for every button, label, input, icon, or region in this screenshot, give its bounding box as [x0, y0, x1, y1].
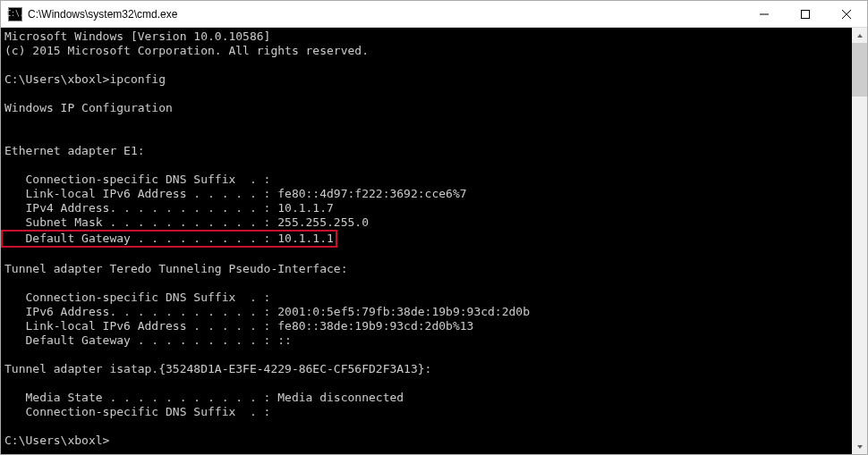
- prompt-idle: C:\Users\xboxl>: [4, 434, 848, 448]
- teredo-ipv6-address: IPv6 Address. . . . . . . . . . . : 2001…: [4, 305, 848, 319]
- teredo-dns-suffix: Connection-specific DNS Suffix . :: [4, 291, 848, 305]
- scroll-down-button[interactable]: [852, 439, 867, 454]
- minimize-button[interactable]: [744, 1, 785, 27]
- e1-default-gateway-highlight: Default Gateway . . . . . . . . . : 10.1…: [4, 230, 848, 248]
- window-controls: [744, 1, 867, 27]
- teredo-default-gateway: Default Gateway . . . . . . . . . : ::: [4, 333, 848, 348]
- adapter-isatap-title: Tunnel adapter isatap.{35248D1A-E3FE-422…: [4, 362, 848, 376]
- svg-marker-4: [857, 34, 863, 38]
- scroll-up-button[interactable]: [852, 28, 867, 43]
- adapter-teredo-title: Tunnel adapter Teredo Tunneling Pseudo-I…: [4, 262, 848, 276]
- adapter-e1-title: Ethernet adapter E1:: [4, 144, 848, 158]
- default-gateway-highlight-box: Default Gateway . . . . . . . . . : 10.1…: [1, 230, 337, 248]
- svg-marker-5: [857, 445, 863, 449]
- e1-ipv4-address: IPv4 Address. . . . . . . . . . . : 10.1…: [4, 201, 848, 215]
- cmd-icon: C:\.: [8, 7, 22, 21]
- window-titlebar: C:\. C:\Windows\system32\cmd.exe: [1, 1, 867, 28]
- maximize-button[interactable]: [785, 1, 826, 27]
- version-line: Microsoft Windows [Version 10.0.10586]: [4, 29, 848, 44]
- teredo-link-local-ipv6: Link-local IPv6 Address . . . . . : fe80…: [4, 319, 848, 333]
- e1-subnet-mask: Subnet Mask . . . . . . . . . . . : 255.…: [4, 215, 848, 230]
- terminal-output[interactable]: Microsoft Windows [Version 10.0.10586](c…: [1, 28, 852, 454]
- isatap-media-state: Media State . . . . . . . . . . . : Medi…: [4, 391, 848, 405]
- prompt-ipconfig: C:\Users\xboxl>ipconfig: [4, 72, 848, 87]
- scroll-thumb[interactable]: [852, 43, 867, 97]
- isatap-dns-suffix: Connection-specific DNS Suffix . :: [4, 405, 848, 419]
- terminal-container: Microsoft Windows [Version 10.0.10586](c…: [1, 28, 867, 454]
- window-title: C:\Windows\system32\cmd.exe: [28, 8, 744, 21]
- e1-link-local-ipv6: Link-local IPv6 Address . . . . . : fe80…: [4, 187, 848, 201]
- svg-rect-1: [802, 10, 810, 18]
- close-button[interactable]: [826, 1, 867, 27]
- vertical-scrollbar[interactable]: [852, 28, 867, 454]
- ipconfig-header: Windows IP Configuration: [4, 101, 848, 115]
- e1-dns-suffix: Connection-specific DNS Suffix . :: [4, 173, 848, 187]
- copyright-line: (c) 2015 Microsoft Corporation. All righ…: [4, 44, 848, 58]
